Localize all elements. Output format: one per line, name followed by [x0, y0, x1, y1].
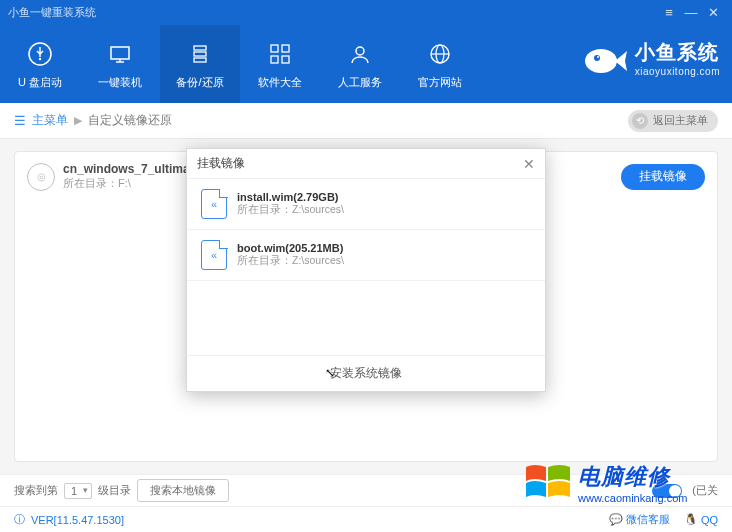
- search-local-button[interactable]: 搜索本地镜像: [137, 479, 229, 502]
- disc-icon: ◎: [27, 163, 55, 191]
- minimize-icon[interactable]: —: [680, 5, 702, 20]
- svg-rect-12: [282, 45, 289, 52]
- crumb-sub: 自定义镜像还原: [88, 112, 172, 129]
- svg-point-19: [585, 49, 617, 73]
- fish-icon: [579, 33, 629, 83]
- file-row-install[interactable]: « install.wim(2.79GB) 所在目录：Z:\sources\: [187, 179, 545, 230]
- close-window-icon[interactable]: ✕: [702, 5, 724, 20]
- modal-titlebar: 挂载镜像 ✕: [187, 149, 545, 179]
- back-to-main-button[interactable]: ⟲ 返回主菜单: [628, 110, 718, 132]
- brand-name: 小鱼系统: [635, 39, 720, 66]
- depth-select[interactable]: 1: [64, 483, 92, 499]
- header-nav: U 盘启动 一键装机 备份/还原 软件大全 人工服务 官方网站: [0, 25, 732, 103]
- file-row-boot[interactable]: « boot.wim(205.21MB) 所在目录：Z:\sources\: [187, 230, 545, 281]
- wim-file-icon: «: [201, 240, 227, 270]
- app-title: 小鱼一键重装系统: [8, 5, 96, 20]
- nav-label: U 盘启动: [18, 75, 62, 90]
- back-arrow-icon: ⟲: [632, 113, 648, 129]
- qq-support[interactable]: 🐧QQ: [684, 513, 718, 526]
- nav-support[interactable]: 人工服务: [320, 25, 400, 103]
- mount-image-button[interactable]: 挂载镜像: [621, 164, 705, 190]
- nav-label: 软件大全: [258, 75, 302, 90]
- file-path: 所在目录：Z:\sources\: [237, 254, 344, 268]
- nav-label: 一键装机: [98, 75, 142, 90]
- toggle-label: (已关: [692, 483, 718, 498]
- menu-icon[interactable]: ≡: [658, 5, 680, 20]
- found-label: 搜索到第: [14, 483, 58, 498]
- svg-rect-11: [271, 45, 278, 52]
- nav-software[interactable]: 软件大全: [240, 25, 320, 103]
- nav-usb-boot[interactable]: U 盘启动: [0, 25, 80, 103]
- headset-icon: [345, 39, 375, 69]
- status-bar: ⓘ VER[11.5.47.1530] 💬微信客服 🐧QQ: [0, 506, 732, 532]
- mount-image-modal: 挂载镜像 ✕ « install.wim(2.79GB) 所在目录：Z:\sou…: [186, 148, 546, 392]
- breadcrumb: ☰ 主菜单 ▶ 自定义镜像还原 ⟲ 返回主菜单: [0, 103, 732, 139]
- grid-icon: [265, 39, 295, 69]
- monitor-icon: [105, 39, 135, 69]
- version-label: VER[11.5.47.1530]: [31, 514, 124, 526]
- bottom-bar: 搜索到第 1 级目录 搜索本地镜像 (已关: [0, 474, 732, 506]
- wim-file-icon: «: [201, 189, 227, 219]
- close-icon[interactable]: ✕: [523, 156, 535, 172]
- install-system-image-button[interactable]: ⤡ 安装系统镜像: [187, 355, 545, 391]
- svg-point-15: [356, 47, 364, 55]
- info-icon: ⓘ: [14, 512, 25, 527]
- titlebar: 小鱼一键重装系统 ≡ — ✕: [0, 0, 732, 25]
- nav-backup-restore[interactable]: 备份/还原: [160, 25, 240, 103]
- brand-logo: 小鱼系统 xiaoyuxitong.com: [579, 33, 720, 83]
- svg-point-20: [594, 55, 600, 61]
- globe-icon: [425, 39, 455, 69]
- file-name: boot.wim(205.21MB): [237, 242, 344, 254]
- file-name: install.wim(2.79GB): [237, 191, 344, 203]
- svg-rect-14: [282, 56, 289, 63]
- svg-point-21: [597, 56, 599, 58]
- nav-label: 官方网站: [418, 75, 462, 90]
- chevron-right-icon: ▶: [74, 114, 82, 127]
- crumb-root[interactable]: 主菜单: [32, 112, 68, 129]
- brand-url: xiaoyuxitong.com: [635, 66, 720, 77]
- svg-rect-10: [194, 58, 206, 62]
- usb-icon: [25, 39, 55, 69]
- svg-rect-5: [111, 47, 129, 59]
- nav-label: 备份/还原: [176, 75, 223, 90]
- toggle-switch[interactable]: [652, 484, 682, 498]
- level-label: 级目录: [98, 483, 131, 498]
- server-icon: [185, 39, 215, 69]
- nav-label: 人工服务: [338, 75, 382, 90]
- qq-icon: 🐧: [684, 513, 698, 526]
- nav-website[interactable]: 官方网站: [400, 25, 480, 103]
- svg-point-2: [39, 57, 41, 59]
- svg-rect-8: [194, 46, 206, 50]
- modal-action-label: 安装系统镜像: [330, 365, 402, 382]
- file-path: 所在目录：Z:\sources\: [237, 203, 344, 217]
- svg-rect-13: [271, 56, 278, 63]
- list-icon: ☰: [14, 113, 26, 128]
- modal-body: « install.wim(2.79GB) 所在目录：Z:\sources\ «…: [187, 179, 545, 355]
- back-label: 返回主菜单: [653, 113, 708, 128]
- nav-one-click[interactable]: 一键装机: [80, 25, 160, 103]
- svg-rect-9: [194, 52, 206, 56]
- wechat-support[interactable]: 💬微信客服: [609, 512, 670, 527]
- wechat-icon: 💬: [609, 513, 623, 526]
- modal-title-text: 挂载镜像: [197, 155, 245, 172]
